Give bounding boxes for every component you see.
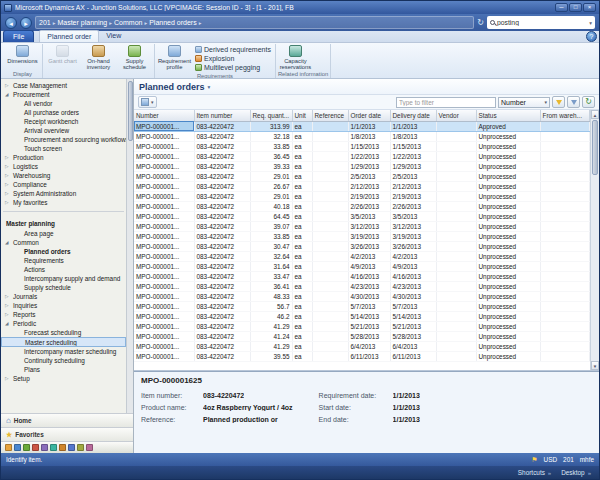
cell-vendor[interactable]	[436, 321, 476, 331]
cell-vendor[interactable]	[436, 291, 476, 301]
cell-from-wareh[interactable]	[540, 261, 590, 271]
sidebar-item-periodic[interactable]: ◢Periodic	[1, 319, 126, 328]
refresh-grid-button[interactable]: ↻	[582, 96, 595, 108]
cell-order-date[interactable]: 6/4/2013	[348, 341, 390, 351]
cell-from-wareh[interactable]	[540, 201, 590, 211]
cell-number[interactable]: MPO-000001...	[134, 351, 194, 361]
supply-schedule-button[interactable]: Supply schedule	[117, 44, 152, 70]
cell-number[interactable]: MPO-000001...	[134, 301, 194, 311]
cell-delivery-date[interactable]: 5/28/2013	[390, 331, 436, 341]
cell-order-date[interactable]: 4/9/2013	[348, 261, 390, 271]
sidebar-item-area-page[interactable]: Area page	[1, 229, 126, 238]
cell-unit[interactable]: ea	[292, 221, 312, 231]
cell-vendor[interactable]	[436, 301, 476, 311]
derived-requirements-button[interactable]: Derived requirements	[193, 45, 273, 54]
cell-number[interactable]: MPO-000001...	[134, 331, 194, 341]
cell-reference[interactable]	[312, 121, 348, 131]
cell-order-date[interactable]: 2/12/2013	[348, 181, 390, 191]
cell-from-wareh[interactable]	[540, 301, 590, 311]
cell-req-quant[interactable]: 29.01	[250, 171, 292, 181]
cell-order-date[interactable]: 2/5/2013	[348, 171, 390, 181]
cell-req-quant[interactable]: 56.7	[250, 301, 292, 311]
cell-req-quant[interactable]: 39.07	[250, 221, 292, 231]
cell-req-quant[interactable]: 40.18	[250, 201, 292, 211]
module-shortcut-icon[interactable]	[86, 444, 93, 451]
cell-unit[interactable]: ea	[292, 201, 312, 211]
currency-indicator[interactable]: USD	[544, 456, 558, 463]
sidebar-item-arrival-overview[interactable]: Arrival overview	[1, 126, 126, 135]
cell-number[interactable]: MPO-000001...	[134, 341, 194, 351]
cell-unit[interactable]: ea	[292, 351, 312, 361]
sidebar-item-common[interactable]: ◢Common	[1, 238, 126, 247]
cell-reference[interactable]	[312, 131, 348, 141]
cell-vendor[interactable]	[436, 251, 476, 261]
company-indicator[interactable]: 201	[563, 456, 574, 463]
cell-order-date[interactable]: 5/28/2013	[348, 331, 390, 341]
breadcrumb-item-201[interactable]: 201	[39, 19, 51, 26]
cell-status[interactable]: Unprocessed	[476, 311, 540, 321]
column-header-order-date[interactable]: Order date	[348, 110, 390, 121]
cell-order-date[interactable]: 4/16/2013	[348, 271, 390, 281]
cell-status[interactable]: Unprocessed	[476, 141, 540, 151]
sidebar-item-receipt-workbench[interactable]: Receipt workbench	[1, 117, 126, 126]
cell-req-quant[interactable]: 31.64	[250, 261, 292, 271]
cell-delivery-date[interactable]: 3/12/2013	[390, 221, 436, 231]
cell-from-wareh[interactable]	[540, 351, 590, 361]
cell-number[interactable]: MPO-000001...	[134, 281, 194, 291]
cell-from-wareh[interactable]	[540, 121, 590, 131]
help-button[interactable]: ?	[586, 31, 597, 42]
column-header-unit[interactable]: Unit	[292, 110, 312, 121]
cell-item-number[interactable]: 083-4220472	[194, 281, 250, 291]
cell-number[interactable]: MPO-000001...	[134, 291, 194, 301]
favorites-button[interactable]: ★ Favorites	[1, 427, 133, 441]
cell-number[interactable]: MPO-000001...	[134, 271, 194, 281]
cell-req-quant[interactable]: 32.64	[250, 251, 292, 261]
cell-vendor[interactable]	[436, 311, 476, 321]
close-button[interactable]: ×	[583, 3, 596, 12]
cell-vendor[interactable]	[436, 231, 476, 241]
cell-delivery-date[interactable]: 3/19/2013	[390, 231, 436, 241]
sidebar-item-supply-schedule[interactable]: Supply schedule	[1, 283, 126, 292]
module-shortcut-icon[interactable]	[32, 444, 39, 451]
cell-delivery-date[interactable]: 1/8/2013	[390, 131, 436, 141]
explosion-button[interactable]: Explosion	[193, 54, 273, 63]
cell-vendor[interactable]	[436, 131, 476, 141]
cell-order-date[interactable]: 3/12/2013	[348, 221, 390, 231]
cell-req-quant[interactable]: 48.33	[250, 291, 292, 301]
sidebar-item-all-purchase-orders[interactable]: All purchase orders	[1, 108, 126, 117]
cell-unit[interactable]: ea	[292, 331, 312, 341]
cell-status[interactable]: Unprocessed	[476, 131, 540, 141]
cell-from-wareh[interactable]	[540, 331, 590, 341]
cell-unit[interactable]: ea	[292, 151, 312, 161]
grid-row[interactable]: MPO-000001...083-422047248.33ea4/30/2013…	[134, 291, 590, 301]
module-shortcut-icon[interactable]	[59, 444, 66, 451]
cell-number[interactable]: MPO-000001...	[134, 201, 194, 211]
filter-field-select[interactable]: Number ▾	[498, 97, 550, 108]
cell-status[interactable]: Unprocessed	[476, 321, 540, 331]
cell-delivery-date[interactable]: 4/30/2013	[390, 291, 436, 301]
cell-status[interactable]: Unprocessed	[476, 251, 540, 261]
cell-from-wareh[interactable]	[540, 161, 590, 171]
cell-unit[interactable]: ea	[292, 171, 312, 181]
sidebar-item-logistics[interactable]: ▷Logistics	[1, 162, 126, 171]
grid-row[interactable]: MPO-000001...083-422047239.55ea6/11/2013…	[134, 351, 590, 361]
sidebar-item-compliance[interactable]: ▷Compliance	[1, 180, 126, 189]
sidebar-item-procurement[interactable]: ◢Procurement	[1, 90, 126, 99]
cell-delivery-date[interactable]: 6/4/2013	[390, 341, 436, 351]
cell-delivery-date[interactable]: 5/7/2013	[390, 301, 436, 311]
grid-row[interactable]: MPO-000001...083-422047236.41ea4/23/2013…	[134, 281, 590, 291]
cell-item-number[interactable]: 083-4220472	[194, 181, 250, 191]
on-hand-inventory-button[interactable]: On-hand inventory	[81, 44, 116, 70]
cell-delivery-date[interactable]: 1/15/2013	[390, 141, 436, 151]
cell-req-quant[interactable]: 39.33	[250, 161, 292, 171]
cell-item-number[interactable]: 083-4220472	[194, 311, 250, 321]
cell-vendor[interactable]	[436, 171, 476, 181]
cell-unit[interactable]: ea	[292, 301, 312, 311]
cell-item-number[interactable]: 083-4220472	[194, 331, 250, 341]
cell-item-number[interactable]: 083-4220472	[194, 291, 250, 301]
cell-status[interactable]: Unprocessed	[476, 211, 540, 221]
cell-unit[interactable]: ea	[292, 141, 312, 151]
cell-status[interactable]: Unprocessed	[476, 231, 540, 241]
sidebar-item-setup[interactable]: ▷Setup	[1, 374, 126, 383]
cell-from-wareh[interactable]	[540, 291, 590, 301]
